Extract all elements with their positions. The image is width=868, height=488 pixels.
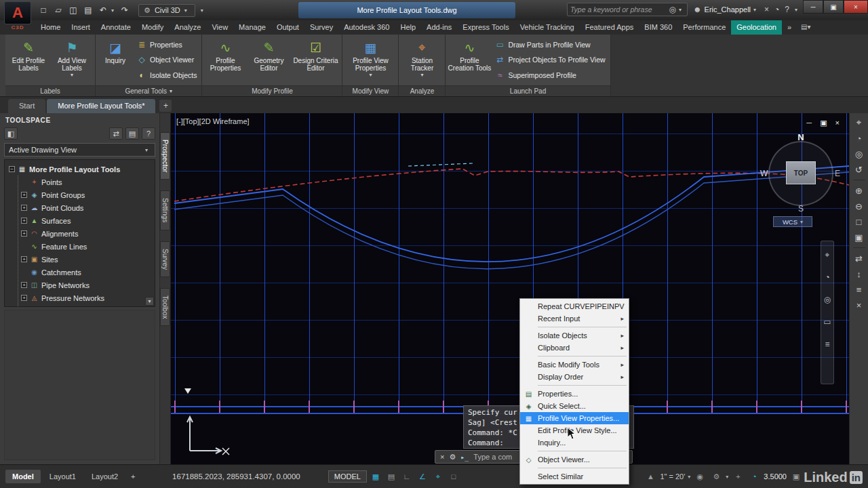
menu-item-repeat[interactable]: Repeat CURVEPIPEINPV [520, 300, 629, 312]
sign-in[interactable]: ☻ Eric_Chappell ▾ [693, 5, 759, 14]
expand-icon[interactable]: + [21, 256, 27, 262]
ribbon-overflow-icon[interactable]: » [783, 20, 795, 35]
tab-manage[interactable]: Manage [233, 20, 271, 35]
pan-icon[interactable]: ◔ [825, 272, 829, 283]
tab-home[interactable]: Home [35, 20, 66, 35]
steering-wheel-icon[interactable]: ▣ [854, 232, 863, 243]
ortho-mode-icon[interactable]: ∟ [400, 470, 414, 483]
search-box[interactable]: ◎ ▾ [567, 3, 688, 16]
expand-icon[interactable]: + [21, 230, 27, 237]
panel-title-labels[interactable]: Labels [5, 85, 95, 96]
restore-button[interactable]: ▣ [823, 0, 844, 14]
tab-analyze[interactable]: Analyze [169, 20, 206, 35]
annotation-scale-value[interactable]: 1" = 20' [660, 472, 685, 481]
ribbon-cycle-icon[interactable]: ▤▾ [795, 20, 816, 35]
toolspace-grid-icon[interactable]: ▤ [125, 127, 139, 140]
tree-item-alignments[interactable]: + ◠ Alignments [21, 227, 145, 240]
draw-parts-button[interactable]: ▭ Draw Parts in Profile View [492, 39, 608, 52]
orbit-icon[interactable]: ▭ [823, 317, 831, 327]
zoom-in-icon[interactable]: ⊕ [855, 185, 863, 196]
tab-express-tools[interactable]: Express Tools [457, 20, 514, 35]
toolspace-properties-icon[interactable]: ◧ [4, 127, 18, 140]
search-input[interactable] [570, 5, 667, 14]
annotation-scale-icon[interactable]: ▲ [644, 470, 657, 483]
expand-icon[interactable]: + [21, 218, 27, 224]
chevron-down-icon[interactable]: ▾ [688, 474, 690, 480]
exchange-apps-icon[interactable]: × [764, 5, 769, 14]
wcs-menu[interactable]: WCS ▾ [773, 216, 812, 227]
annotation-visibility-icon[interactable]: ◉ [693, 470, 707, 483]
viewcube-west[interactable]: W [760, 169, 768, 178]
collapse-icon[interactable]: − [9, 166, 15, 172]
drawing-viewport[interactable]: [-][Top][2D Wireframe] ─ ▣ × N W E S TOP… [171, 113, 849, 464]
qat-customize-icon[interactable]: ▾ [201, 7, 206, 14]
panel-title-modify-view[interactable]: Modify View [342, 85, 398, 96]
search-options-icon[interactable]: ▾ [679, 7, 684, 13]
profile-properties-button[interactable]: ∿ Profile Properties [204, 36, 246, 84]
viewport-restore-icon[interactable]: ▣ [820, 119, 827, 127]
viewcube-north[interactable]: N [764, 132, 838, 142]
search-icon[interactable]: ◎ [669, 5, 675, 14]
expand-icon[interactable]: + [21, 295, 27, 301]
tree-item-pipe-networks[interactable]: + ◫ Pipe Networks [21, 279, 145, 291]
toolspace-panorama-icon[interactable]: ⇄ [109, 127, 123, 140]
tree-root[interactable]: − ▦ More Profile Layout Tools [9, 163, 145, 176]
menu-item-clipboard[interactable]: Clipboard▸ [520, 342, 629, 354]
showmotion-icon[interactable]: ≡ [825, 339, 829, 350]
zoom-icon[interactable]: ◎ [824, 294, 831, 305]
open-folder-icon[interactable]: ▱ [52, 3, 65, 17]
tab-add-ins[interactable]: Add-ins [421, 20, 457, 35]
expand-icon[interactable]: + [21, 205, 27, 211]
tab-insert[interactable]: Insert [66, 20, 96, 35]
pan-vertical-icon[interactable]: ↕ [856, 268, 861, 279]
panel-title-launch-pad[interactable]: Launch Pad [446, 85, 610, 96]
list-view-icon[interactable]: ≡ [856, 284, 862, 295]
fullnav-icon[interactable]: ⌖ [856, 117, 861, 128]
add-view-labels-button[interactable]: ⚑ Add View Labels ▾ [51, 36, 93, 84]
close-button[interactable]: × [844, 0, 868, 14]
a360-icon[interactable]: ◔ [774, 5, 779, 14]
tab-help[interactable]: Help [395, 20, 421, 35]
viewport-minimize-icon[interactable]: ─ [806, 119, 812, 127]
profile-creation-tools-button[interactable]: ∿ Profile Creation Tools [448, 36, 491, 84]
inquiry-button[interactable]: ◪ Inquiry [98, 36, 133, 84]
command-close-icon[interactable]: × [440, 453, 444, 461]
expand-icon[interactable]: + [21, 192, 27, 198]
profile-view-properties-button[interactable]: ▦ Profile View Properties ▾ [344, 36, 396, 84]
model-tab[interactable]: Model [5, 470, 41, 483]
object-viewer-button[interactable]: ◇ Object Viewer [134, 54, 199, 66]
object-snap-icon[interactable]: ⌖ [431, 470, 445, 483]
snap-mode-icon[interactable]: ▤ [384, 470, 398, 483]
tab-geolocation[interactable]: Geolocation [731, 20, 782, 35]
geometry-editor-button[interactable]: ✎ Geometry Editor [248, 36, 290, 84]
viewcube-east[interactable]: E [835, 169, 840, 178]
plot-icon[interactable]: ▤ [81, 3, 95, 17]
superimposed-profile-button[interactable]: ≈ Superimposed Profile [492, 68, 608, 81]
app-logo[interactable]: A C3D [4, 1, 31, 33]
menu-item-properties[interactable]: ▤Properties... [520, 388, 629, 400]
toolspace-tab-survey[interactable]: Survey [160, 241, 170, 277]
orbit-tool-icon[interactable]: ↺ [855, 164, 863, 175]
tree-item-sites[interactable]: + ▣ Sites [21, 253, 145, 266]
customization-icon[interactable]: ▣ [789, 470, 803, 483]
panel-title-general-tools[interactable]: General Tools ▾ [96, 85, 201, 96]
viewport-controls-label[interactable]: [-][Top][2D Wireframe] [176, 117, 250, 125]
file-tab-start[interactable]: Start [8, 99, 45, 113]
tree-item-feature-lines[interactable]: ∿ Feature Lines [21, 240, 145, 253]
expand-icon[interactable]: + [21, 282, 27, 288]
redo-icon[interactable]: ↷ [118, 3, 132, 17]
undo-icon[interactable]: ↶ [96, 3, 110, 17]
menu-item-select-similar[interactable]: Select Similar [520, 470, 629, 483]
tab-bim-360[interactable]: BIM 360 [639, 20, 677, 35]
minimize-button[interactable]: ─ [803, 0, 823, 14]
project-objects-button[interactable]: ⇄ Project Objects To Profile View [492, 54, 608, 66]
swap-view-icon[interactable]: ⇄ [855, 253, 863, 264]
isolate-objects-button[interactable]: ◐ Isolate Objects [134, 68, 199, 81]
grid-display-icon[interactable]: ▦ [369, 470, 382, 483]
menu-item-display-order[interactable]: Display Order▸ [520, 371, 629, 383]
new-drawing-tab-button[interactable]: + [159, 100, 172, 112]
help-options-icon[interactable]: ▾ [795, 7, 800, 13]
tree-item-corridors[interactable]: + ▤ Corridors [21, 304, 145, 307]
new-layout-button[interactable]: + [127, 470, 139, 483]
zoom-out-icon[interactable]: ⊖ [855, 201, 863, 211]
